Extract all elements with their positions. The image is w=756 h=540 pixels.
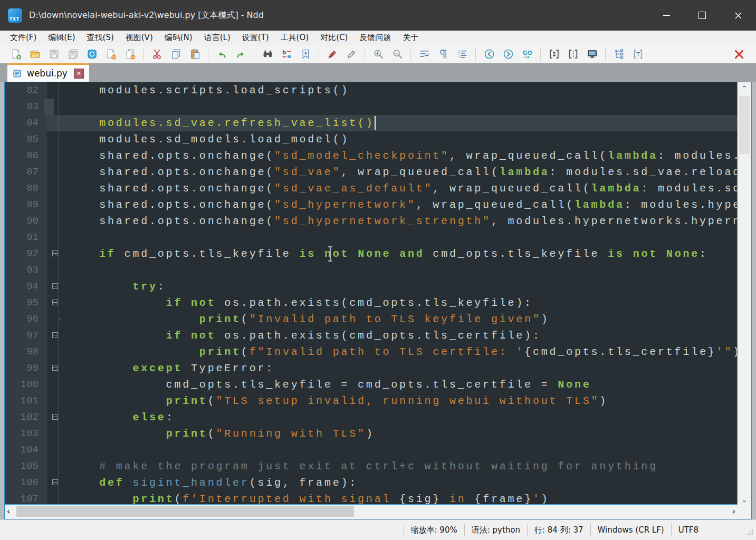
close-red-button[interactable] xyxy=(732,47,746,61)
nav-prev-button[interactable] xyxy=(482,47,496,61)
fold-marker-icon[interactable] xyxy=(47,409,61,426)
code-line-84[interactable]: 84 modules.sd_vae.refresh_vae_list() xyxy=(5,115,738,131)
menu-item-tools[interactable]: 工具(O) xyxy=(275,31,315,45)
word-wrap-icon xyxy=(419,49,430,60)
menu-item-encoding[interactable]: 编码(N) xyxy=(159,31,198,45)
copy-button[interactable] xyxy=(169,47,183,61)
paste-button[interactable] xyxy=(188,47,202,61)
zoom-out-icon xyxy=(392,49,403,60)
toolbar-separator xyxy=(540,48,541,61)
scroll-down-arrow-icon[interactable]: ⌄ xyxy=(738,496,751,504)
tab-close-button[interactable]: ✕ xyxy=(74,69,84,79)
highlighter-button[interactable] xyxy=(326,47,339,61)
horizontal-scrollbar[interactable]: ‹ › xyxy=(5,504,738,519)
word-wrap-button[interactable] xyxy=(417,47,431,61)
redo-button[interactable] xyxy=(234,47,247,61)
menu-item-edit[interactable]: 编辑(E) xyxy=(42,31,81,45)
fold-margin xyxy=(47,148,61,164)
code-line-101[interactable]: 101 print("TLS setup invalid, running we… xyxy=(5,393,738,409)
code-line-89[interactable]: 89 shared.opts.onchange("sd_hypernetwork… xyxy=(5,197,738,213)
code-line-85[interactable]: 85 modules.sd_models.load_model() xyxy=(5,131,738,148)
code-line-95[interactable]: 95 if not os.path.exists(cmd_opts.tls_ke… xyxy=(5,295,738,311)
code-text: shared.opts.onchange("sd_vae_as_default"… xyxy=(61,180,738,197)
code-line-97[interactable]: 97 if not os.path.exists(cmd_opts.tls_ce… xyxy=(5,327,738,344)
scroll-left-arrow-icon[interactable]: ‹ xyxy=(7,505,10,518)
structure-view-button[interactable] xyxy=(612,47,626,61)
code-line-83[interactable]: 83 xyxy=(5,99,738,115)
fold-marker-icon[interactable] xyxy=(47,246,61,262)
cut-button[interactable] xyxy=(150,47,164,61)
undo-button[interactable] xyxy=(215,47,228,61)
vertical-scrollbar[interactable]: ⌃ ⌄ xyxy=(737,82,751,505)
code-line-100[interactable]: 100 cmd_opts.tls_keyfile = cmd_opts.tls_… xyxy=(5,377,738,393)
scroll-right-arrow-icon[interactable]: › xyxy=(732,505,735,518)
scroll-up-arrow-icon[interactable]: ⌃ xyxy=(738,84,751,92)
code-line-106[interactable]: 106 def sigint_handler(sig, frame): xyxy=(5,475,738,491)
vertical-scroll-thumb[interactable] xyxy=(739,96,750,154)
menu-item-about[interactable]: 关于 xyxy=(397,31,424,45)
presentation-button[interactable] xyxy=(585,47,599,61)
text-mode-button[interactable]: T xyxy=(631,47,645,61)
close-all-button[interactable] xyxy=(123,47,137,61)
menu-item-file[interactable]: 文件(F) xyxy=(4,31,42,45)
code-line-104[interactable]: 104 xyxy=(5,442,738,458)
line-number: 82 xyxy=(5,82,47,99)
column-mode-button[interactable] xyxy=(566,47,580,61)
fold-marker-icon[interactable] xyxy=(47,327,61,344)
code-line-103[interactable]: 103 print("Running with TLS") xyxy=(5,426,738,442)
zoom-out-button[interactable] xyxy=(390,47,404,61)
nav-next-button[interactable] xyxy=(501,47,515,61)
code-text: print("Invalid path to TLS keyfile given… xyxy=(61,311,738,327)
fold-marker-icon[interactable] xyxy=(47,475,61,491)
code-editor[interactable]: 82 modules.scripts.load_scripts()8384 mo… xyxy=(5,82,738,505)
code-line-107[interactable]: 107 print(f'Interrupted with signal {sig… xyxy=(5,491,738,505)
code-line-86[interactable]: 86 shared.opts.onchange("sd_model_checkp… xyxy=(5,148,738,164)
zoom-in-button[interactable] xyxy=(371,47,385,61)
fold-marker-icon[interactable] xyxy=(47,295,61,311)
code-line-98[interactable]: 98 print(f"Invalid path to TLS certfile:… xyxy=(5,344,738,360)
replace-button[interactable]: ba xyxy=(280,47,293,61)
save-all-button[interactable] xyxy=(66,47,80,61)
code-line-82[interactable]: 82 modules.scripts.load_scripts() xyxy=(5,82,738,99)
menu-item-settings[interactable]: 设置(T) xyxy=(236,31,275,45)
bookmark-button[interactable] xyxy=(299,47,312,61)
code-line-99[interactable]: 99 except TypeError: xyxy=(5,360,738,377)
indent-guide-button[interactable] xyxy=(455,47,469,61)
fold-margin xyxy=(47,442,61,458)
code-line-96[interactable]: 96 print("Invalid path to TLS keyfile gi… xyxy=(5,311,738,327)
reload-button[interactable] xyxy=(85,47,99,61)
resize-grip[interactable] xyxy=(747,528,754,538)
menu-item-language[interactable]: 语言(L) xyxy=(198,31,236,45)
code-line-102[interactable]: 102 else: xyxy=(5,409,738,426)
fold-marker-icon[interactable] xyxy=(47,360,61,377)
line-number: 106 xyxy=(5,475,47,491)
maximize-button[interactable] xyxy=(684,0,720,31)
code-line-88[interactable]: 88 shared.opts.onchange("sd_vae_as_defau… xyxy=(5,180,738,197)
eraser-button[interactable] xyxy=(344,47,358,61)
pilcrow-button[interactable] xyxy=(436,47,450,61)
split-view-button[interactable] xyxy=(547,47,561,61)
close-file-button[interactable] xyxy=(104,47,118,61)
code-line-87[interactable]: 87 shared.opts.onchange("sd_vae", wrap_q… xyxy=(5,164,738,180)
new-file-button[interactable] xyxy=(9,47,23,61)
tab-webui-py[interactable]: webui.py ✕ xyxy=(7,63,89,82)
code-line-91[interactable]: 91 xyxy=(5,229,738,246)
find-button[interactable] xyxy=(261,47,274,61)
code-text: def sigint_handler(sig, frame): xyxy=(61,475,738,491)
fold-marker-icon[interactable] xyxy=(47,278,61,295)
goto-line-button[interactable]: GO xyxy=(520,47,534,61)
code-line-90[interactable]: 90 shared.opts.onchange("sd_hypernetwork… xyxy=(5,213,738,229)
minimize-button[interactable] xyxy=(648,0,684,31)
code-line-105[interactable]: 105 # make the program just exit at ctrl… xyxy=(5,458,738,475)
menu-item-search[interactable]: 查找(S) xyxy=(81,31,120,45)
open-folder-button[interactable] xyxy=(28,47,42,61)
menu-item-compare[interactable]: 对比(C) xyxy=(314,31,353,45)
code-line-92[interactable]: 92 if cmd_opts.tls_keyfile is not None a… xyxy=(5,246,738,262)
code-line-94[interactable]: 94 try: xyxy=(5,278,738,295)
menu-item-feedback[interactable]: 反馈问题 xyxy=(353,31,397,45)
horizontal-scroll-thumb[interactable] xyxy=(16,506,354,517)
save-button[interactable] xyxy=(47,47,61,61)
code-line-93[interactable]: 93 xyxy=(5,262,738,278)
close-button[interactable] xyxy=(720,0,756,31)
menu-item-view[interactable]: 视图(V) xyxy=(120,31,159,45)
